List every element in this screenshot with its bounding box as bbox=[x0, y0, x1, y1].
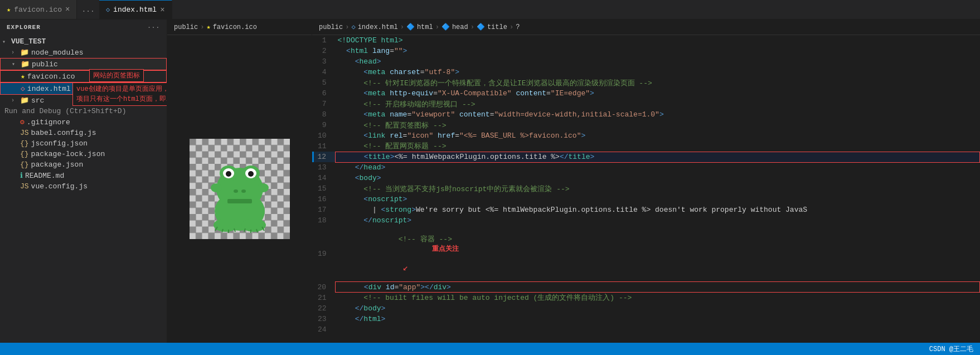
sidebar-item-package-lock[interactable]: {} package-lock.json bbox=[0, 149, 167, 159]
code-area[interactable]: 1 <!DOCTYPE html> 2 <html lang=""> 3 <he… bbox=[312, 35, 980, 343]
table-row: 12 <title><%= htmlWebpackPlugin.options.… bbox=[313, 152, 980, 162]
root-label: VUE_TEST bbox=[11, 37, 46, 46]
tree-root[interactable]: ▾ VUE_TEST bbox=[0, 36, 167, 47]
package-label: package.json bbox=[31, 161, 84, 169]
sidebar-item-vue-config[interactable]: JS vue.config.js bbox=[0, 181, 167, 192]
index-label: index.html bbox=[27, 85, 71, 93]
svg-point-17 bbox=[258, 183, 269, 192]
line-content: </html> bbox=[336, 314, 980, 324]
babel-label: babel.config.js bbox=[31, 129, 96, 137]
line-content bbox=[336, 324, 980, 335]
tab-more-1[interactable]: ... bbox=[77, 0, 99, 19]
table-row: 8 <meta name="viewport" content="width=d… bbox=[313, 109, 980, 120]
line-content: <!-- 针对IE浏览器的一个特殊配置，含义是让IE浏览器以最高的渲染级别渲染页… bbox=[336, 77, 980, 88]
sidebar: EXPLORER ··· ▾ VUE_TEST › 📁 node_modules… bbox=[0, 20, 167, 343]
folder-icon: 📁 bbox=[20, 48, 29, 57]
table-row: 1 <!DOCTYPE html> bbox=[313, 35, 980, 46]
table-row: 7 <!-- 开启移动端的理想视口 --> bbox=[313, 99, 980, 109]
favicon-svg bbox=[190, 139, 290, 239]
line-number: 22 bbox=[313, 303, 336, 314]
breadcrumb-public: public bbox=[174, 23, 198, 31]
run-debug-label: Run and Debug (Ctrl+Shift+D) bbox=[4, 107, 126, 115]
favicon-icon: ★ bbox=[21, 72, 25, 81]
sidebar-item-run-debug[interactable]: Run and Debug (Ctrl+Shift+D) bbox=[0, 106, 167, 116]
src-label: src bbox=[31, 96, 44, 105]
line-number: 21 bbox=[313, 293, 336, 303]
line-content: <!-- 当浏览器不支持js时noscript中的元素就会被渲染 --> bbox=[336, 183, 980, 194]
table-row: 18 </noscript> bbox=[313, 215, 980, 226]
table-row: 22 </body> bbox=[313, 303, 980, 314]
line-content: <!DOCTYPE html> bbox=[336, 35, 980, 46]
table-row: 23 </html> bbox=[313, 314, 980, 324]
code-breadcrumb: public › ◇ index.html › 🔷 html › 🔷 head … bbox=[312, 20, 980, 35]
line-content: <!-- 配置网页标题 --> bbox=[336, 141, 980, 152]
sidebar-item-readme[interactable]: ℹ README.md bbox=[0, 170, 167, 181]
table-row: 16 <noscript> bbox=[313, 194, 980, 205]
breadcrumb-favicon: public › ★ favicon.ico bbox=[167, 20, 312, 35]
file-tree: ▾ VUE_TEST › 📁 node_modules ▾ 📁 public bbox=[0, 35, 167, 343]
line-content: <!-- 开启移动端的理想视口 --> bbox=[336, 99, 980, 109]
line-number: 7 bbox=[313, 99, 336, 109]
arrow-annotation: ↙ bbox=[403, 263, 409, 273]
arrow-icon: › bbox=[11, 50, 20, 56]
tab-index[interactable]: ◇ index.html × bbox=[99, 0, 172, 19]
tab-favicon-close[interactable]: × bbox=[65, 6, 70, 13]
line-content: <meta http-equiv="X-UA-Compatible" conte… bbox=[336, 88, 980, 99]
sidebar-item-package[interactable]: {} package.json bbox=[0, 159, 167, 170]
table-row: 4 <meta charset="utf-8"> bbox=[313, 67, 980, 77]
line-number: 13 bbox=[313, 162, 336, 173]
svg-point-12 bbox=[248, 171, 254, 177]
line-number: 10 bbox=[313, 130, 336, 141]
bc-index: index.html bbox=[358, 23, 398, 31]
sidebar-item-node-modules[interactable]: › 📁 node_modules bbox=[0, 47, 167, 58]
container-annotation: 重点关注 bbox=[432, 245, 459, 252]
tab-favicon[interactable]: ★ favicon.ico × bbox=[0, 0, 77, 19]
json-icon: {} bbox=[20, 161, 29, 169]
bc-q: ? bbox=[516, 23, 520, 31]
line-content: <!-- built files will be auto injected (… bbox=[336, 293, 980, 303]
bc-html: html bbox=[417, 23, 433, 31]
sidebar-item-jsconfig[interactable]: {} jsconfig.json bbox=[0, 138, 167, 149]
table-row: 15 <!-- 当浏览器不支持js时noscript中的元素就会被渲染 --> bbox=[313, 183, 980, 194]
vue-icon: JS bbox=[20, 182, 29, 191]
table-row: 20 <div id="app"></div> bbox=[313, 282, 980, 293]
breadcrumb-favicon-icon: ★ bbox=[206, 23, 210, 31]
tab-index-close[interactable]: × bbox=[160, 6, 164, 14]
line-number: 9 bbox=[313, 120, 336, 130]
line-number: 15 bbox=[313, 183, 336, 194]
sidebar-item-gitignore[interactable]: ⚙ .gitignore bbox=[0, 116, 167, 128]
favicon-annotation: 网站的页签图标 bbox=[89, 69, 144, 82]
arrow-icon: ▾ bbox=[12, 61, 21, 67]
diamond-icon: ◇ bbox=[106, 6, 110, 14]
sidebar-item-babel[interactable]: JS babel.config.js bbox=[0, 128, 167, 138]
bc-title-icon: 🔷 bbox=[477, 23, 485, 31]
vue-config-label: vue.config.js bbox=[31, 182, 88, 191]
tab-bar: ★ favicon.ico × ... ◇ index.html × bbox=[0, 0, 980, 20]
line-content: <html lang=""> bbox=[336, 46, 980, 56]
line-content: <link rel="icon" href="<%= BASE_URL %>fa… bbox=[336, 130, 980, 141]
line-number: 3 bbox=[313, 56, 336, 67]
svg-rect-15 bbox=[227, 199, 252, 203]
favicon-preview bbox=[167, 35, 312, 343]
line-content: <meta name="viewport" content="width=dev… bbox=[336, 109, 980, 120]
tab-index-label: index.html bbox=[113, 6, 157, 14]
js-icon: JS bbox=[20, 129, 29, 137]
html-icon: ◇ bbox=[21, 84, 25, 93]
sidebar-item-public[interactable]: ▾ 📁 public bbox=[0, 58, 167, 70]
line-number: 14 bbox=[313, 173, 336, 183]
bc-public: public bbox=[319, 23, 343, 31]
line-number: 2 bbox=[313, 46, 336, 56]
table-row: 5 <!-- 针对IE浏览器的一个特殊配置，含义是让IE浏览器以最高的渲染级别渲… bbox=[313, 77, 980, 88]
bc-sep1: › bbox=[345, 23, 349, 31]
jsconfig-label: jsconfig.json bbox=[31, 139, 88, 148]
index-annotation: vue创建的项目是单页面应用，项目只有这一个html页面，即index.html bbox=[72, 82, 167, 106]
line-content: <!-- 配置页签图标 --> bbox=[336, 120, 980, 130]
line-number: 23 bbox=[313, 314, 336, 324]
bc-sep4: › bbox=[470, 23, 474, 31]
table-row: 3 <head> bbox=[313, 56, 980, 67]
table-row: 2 <html lang=""> bbox=[313, 46, 980, 56]
table-row: 10 <link rel="icon" href="<%= BASE_URL %… bbox=[313, 130, 980, 141]
line-number: 20 bbox=[313, 282, 336, 293]
svg-point-14 bbox=[241, 189, 246, 193]
table-row: 6 <meta http-equiv="X-UA-Compatible" con… bbox=[313, 88, 980, 99]
